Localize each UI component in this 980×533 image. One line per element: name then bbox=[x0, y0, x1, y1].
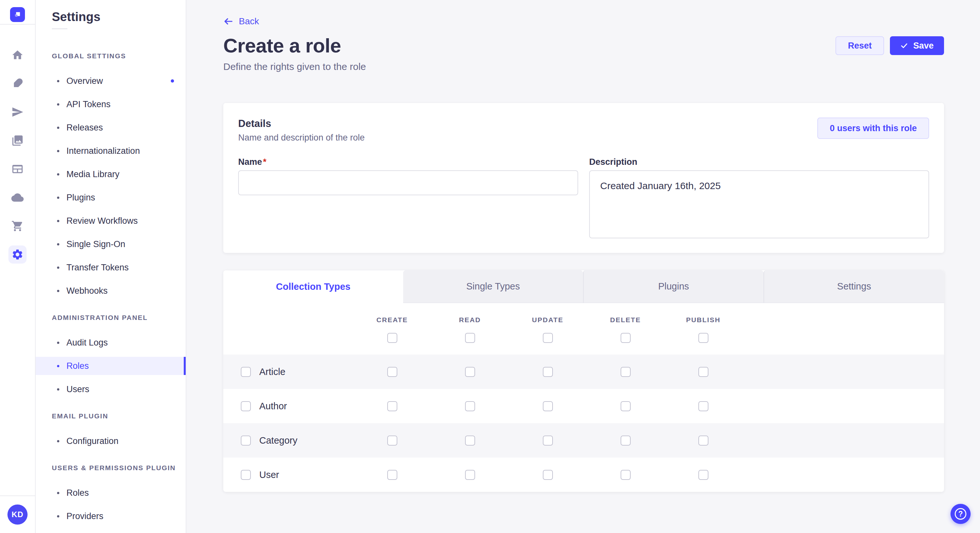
author-delete-checkbox[interactable] bbox=[620, 401, 631, 411]
table-row-author: Author bbox=[223, 389, 944, 423]
bullet-icon bbox=[57, 365, 59, 367]
back-link[interactable]: Back bbox=[223, 16, 259, 27]
name-input[interactable] bbox=[238, 170, 578, 195]
select-all-publish-checkbox[interactable] bbox=[698, 333, 708, 343]
article-read-checkbox[interactable] bbox=[465, 367, 475, 377]
author-update-checkbox[interactable] bbox=[543, 401, 553, 411]
required-asterisk: * bbox=[263, 157, 267, 167]
description-field-group: Description Created January 16th, 2025 bbox=[589, 157, 929, 238]
column-labels-row: CREATE READ UPDATE DELETE PUBLISH bbox=[223, 316, 944, 324]
author-publish-checkbox[interactable] bbox=[698, 401, 708, 411]
bullet-icon bbox=[57, 150, 59, 152]
users-with-role-button[interactable]: 0 users with this role bbox=[817, 117, 929, 139]
category-update-checkbox[interactable] bbox=[543, 436, 553, 446]
gear-icon[interactable] bbox=[7, 240, 28, 269]
row-label: Category bbox=[259, 435, 298, 446]
tab-plugins[interactable]: Plugins bbox=[583, 270, 764, 303]
select-all-read-checkbox[interactable] bbox=[465, 333, 475, 343]
permissions-tabs: Collection Types Single Types Plugins Se… bbox=[223, 270, 944, 303]
help-button[interactable]: ? bbox=[950, 504, 970, 524]
sidebar-item-up-roles[interactable]: Roles bbox=[36, 481, 186, 504]
question-mark-icon: ? bbox=[955, 508, 966, 520]
section-global-settings: GLOBAL SETTINGS Overview API Tokens Rele… bbox=[36, 52, 186, 303]
sidebar-item-plugins[interactable]: Plugins bbox=[36, 186, 186, 209]
notification-dot bbox=[171, 79, 174, 82]
sidebar-item-media-library[interactable]: Media Library bbox=[36, 163, 186, 186]
cloud-icon[interactable] bbox=[7, 183, 28, 212]
sidebar-item-configuration[interactable]: Configuration bbox=[36, 429, 186, 453]
back-label: Back bbox=[239, 16, 259, 27]
row-select-checkbox[interactable] bbox=[241, 401, 251, 411]
details-fields: Name* Description Created January 16th, … bbox=[238, 157, 929, 238]
article-create-checkbox[interactable] bbox=[387, 367, 397, 377]
section-label: EMAIL PLUGIN bbox=[52, 412, 186, 420]
sidebar-item-audit-logs[interactable]: Audit Logs bbox=[36, 331, 186, 354]
select-all-create-checkbox[interactable] bbox=[387, 333, 397, 343]
tab-settings[interactable]: Settings bbox=[764, 270, 944, 303]
strapi-logo-wrap bbox=[10, 0, 25, 22]
bullet-icon bbox=[57, 127, 59, 129]
article-update-checkbox[interactable] bbox=[543, 367, 553, 377]
category-create-checkbox[interactable] bbox=[387, 436, 397, 446]
select-all-delete-checkbox[interactable] bbox=[620, 333, 631, 343]
section-label: ADMINISTRATION PANEL bbox=[52, 314, 186, 322]
author-create-checkbox[interactable] bbox=[387, 401, 397, 411]
description-textarea[interactable]: Created January 16th, 2025 bbox=[589, 170, 929, 238]
app-rail: KD bbox=[0, 0, 36, 533]
sidebar-item-overview[interactable]: Overview bbox=[36, 69, 186, 93]
sidebar-item-api-tokens[interactable]: API Tokens bbox=[36, 93, 186, 116]
section-email-plugin: EMAIL PLUGIN Configuration bbox=[36, 412, 186, 453]
sidebar-item-releases[interactable]: Releases bbox=[36, 116, 186, 139]
images-icon[interactable] bbox=[7, 126, 28, 155]
row-select-checkbox[interactable] bbox=[241, 436, 251, 446]
select-all-update-checkbox[interactable] bbox=[543, 333, 553, 343]
article-publish-checkbox[interactable] bbox=[698, 367, 708, 377]
details-title: Details bbox=[238, 117, 364, 130]
category-read-checkbox[interactable] bbox=[465, 436, 475, 446]
column-label-create: CREATE bbox=[353, 316, 431, 324]
article-delete-checkbox[interactable] bbox=[620, 367, 631, 377]
sidebar-item-internationalization[interactable]: Internationalization bbox=[36, 139, 186, 163]
tab-single-types[interactable]: Single Types bbox=[403, 270, 583, 303]
user-create-checkbox[interactable] bbox=[387, 470, 397, 480]
sidebar-item-review-workflows[interactable]: Review Workflows bbox=[36, 209, 186, 233]
user-update-checkbox[interactable] bbox=[543, 470, 553, 480]
category-publish-checkbox[interactable] bbox=[698, 436, 708, 446]
sidebar-item-providers[interactable]: Providers bbox=[36, 504, 186, 528]
sidebar-item-transfer-tokens[interactable]: Transfer Tokens bbox=[36, 256, 186, 279]
page-title: Create a role bbox=[223, 35, 341, 56]
user-delete-checkbox[interactable] bbox=[620, 470, 631, 480]
name-label: Name* bbox=[238, 157, 578, 167]
table-row-user: User bbox=[223, 458, 944, 492]
user-avatar[interactable]: KD bbox=[8, 504, 27, 525]
feather-icon[interactable] bbox=[7, 69, 28, 98]
tab-collection-types[interactable]: Collection Types bbox=[223, 270, 403, 303]
user-publish-checkbox[interactable] bbox=[698, 470, 708, 480]
page-header: Create a role Reset Save bbox=[223, 35, 944, 56]
bullet-icon bbox=[57, 515, 59, 517]
bullet-icon bbox=[57, 440, 59, 443]
layout-icon[interactable] bbox=[7, 155, 28, 183]
sidebar-item-users[interactable]: Users bbox=[36, 378, 186, 401]
save-button[interactable]: Save bbox=[890, 36, 944, 55]
strapi-logo-icon[interactable] bbox=[10, 7, 25, 22]
row-select-checkbox[interactable] bbox=[241, 470, 251, 480]
row-select-checkbox[interactable] bbox=[241, 367, 251, 377]
reset-button[interactable]: Reset bbox=[835, 36, 884, 55]
paper-plane-icon[interactable] bbox=[7, 98, 28, 126]
arrow-left-icon bbox=[223, 16, 234, 27]
home-icon[interactable] bbox=[7, 41, 28, 69]
category-delete-checkbox[interactable] bbox=[620, 436, 631, 446]
table-row-article: Article bbox=[223, 355, 944, 389]
sidebar-item-roles[interactable]: Roles bbox=[36, 354, 186, 378]
sidebar-item-single-sign-on[interactable]: Single Sign-On bbox=[36, 233, 186, 256]
details-card: Details Name and description of the role… bbox=[223, 103, 944, 253]
shopping-cart-icon[interactable] bbox=[7, 212, 28, 240]
user-read-checkbox[interactable] bbox=[465, 470, 475, 480]
bullet-icon bbox=[57, 173, 59, 176]
bullet-icon bbox=[57, 197, 59, 199]
details-subtitle: Name and description of the role bbox=[238, 132, 364, 143]
author-read-checkbox[interactable] bbox=[465, 401, 475, 411]
sidebar-item-webhooks[interactable]: Webhooks bbox=[36, 279, 186, 303]
row-label: Author bbox=[259, 401, 287, 412]
